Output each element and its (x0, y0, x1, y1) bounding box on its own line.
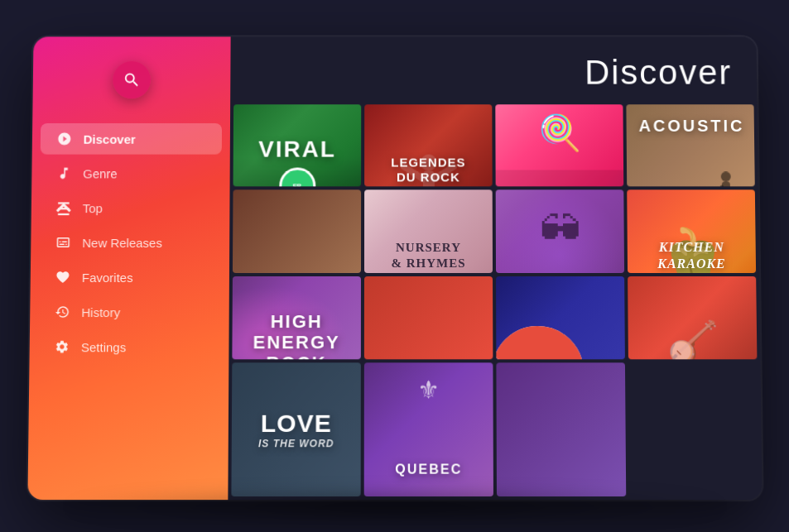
card-nursery[interactable]: Nursery& Rhymes (363, 189, 492, 272)
history-icon (55, 304, 70, 319)
sidebar-item-label-new-releases: New Releases (82, 235, 162, 249)
sidebar-item-top[interactable]: Top (39, 192, 221, 223)
nav-menu: Discover Genre Top (29, 122, 229, 362)
device-wrapper: Discover Genre Top (31, 35, 759, 498)
sidebar: Discover Genre Top (27, 36, 230, 500)
main-content: Discover VIRAL FR (228, 36, 762, 500)
card-legendes-label: LEGENDESDU ROCK (391, 155, 465, 185)
sidebar-item-discover[interactable]: Discover (40, 122, 221, 154)
main-header: Discover (230, 36, 757, 104)
sidebar-item-label-genre: Genre (83, 166, 118, 180)
card-kitchen-label: KitchenKaraoke (657, 238, 725, 272)
card-banjo[interactable]: 🪕 (628, 276, 757, 359)
discover-icon (56, 131, 71, 146)
page-title: Discover (584, 53, 732, 92)
card-legendes[interactable]: LEGENDESDU ROCK (364, 104, 493, 186)
sidebar-item-history[interactable]: History (38, 296, 221, 328)
card-highenergy-label: HIGHENERGYROCK (253, 310, 339, 359)
card-love-subtitle: is the word (257, 438, 334, 449)
sidebar-item-label-favorites: Favorites (81, 270, 132, 284)
sidebar-item-label-settings: Settings (80, 339, 126, 353)
settings-icon (54, 339, 69, 354)
card-acoustic-label: ACOUSTIC (638, 117, 744, 136)
card-chansons[interactable]: 🍭 Chansonsà croquer (495, 104, 623, 186)
card-quebec-label: QUEBEC (395, 462, 462, 477)
card-nursery-label: Nursery& Rhymes (391, 239, 465, 271)
genre-icon (56, 165, 71, 180)
device-screen: Discover Genre Top (27, 36, 762, 500)
favorites-icon (55, 269, 70, 284)
card-quebec[interactable]: ⚜ QUEBEC (363, 362, 493, 496)
top-icon (55, 200, 70, 215)
sidebar-item-label-history: History (81, 304, 120, 319)
card-kitchen[interactable]: 🫑 KitchenKaraoke (627, 189, 756, 272)
card-edge-1[interactable] (232, 189, 360, 272)
new-releases-icon (55, 235, 70, 250)
sidebar-item-label-discover: Discover (83, 132, 135, 146)
card-love[interactable]: LOVE is the word (231, 362, 360, 496)
sidebar-item-settings[interactable]: Settings (37, 331, 220, 362)
card-love-title: LOVE (260, 409, 331, 437)
search-button[interactable] (113, 60, 151, 98)
card-britpop[interactable]: BRITPOP (496, 276, 625, 359)
card-acoustic[interactable]: ACOUSTIC (626, 104, 754, 186)
card-highenergy[interactable]: HIGHENERGYROCK (232, 276, 361, 359)
card-funkpop[interactable]: 🕶 Funk Pop (495, 189, 623, 272)
device-shadow (55, 490, 734, 523)
card-viral[interactable]: VIRAL FR (233, 104, 361, 186)
music-grid: VIRAL FR (228, 104, 762, 500)
card-edge-3[interactable] (496, 362, 626, 496)
sidebar-item-new-releases[interactable]: New Releases (39, 227, 221, 258)
sidebar-item-label-top: Top (82, 200, 102, 214)
search-icon (123, 70, 141, 89)
card-edge-2[interactable] (363, 276, 493, 359)
sidebar-item-favorites[interactable]: Favorites (38, 261, 220, 293)
fleur-de-lis: ⚜ (417, 375, 440, 404)
sidebar-item-genre[interactable]: Genre (40, 157, 222, 189)
